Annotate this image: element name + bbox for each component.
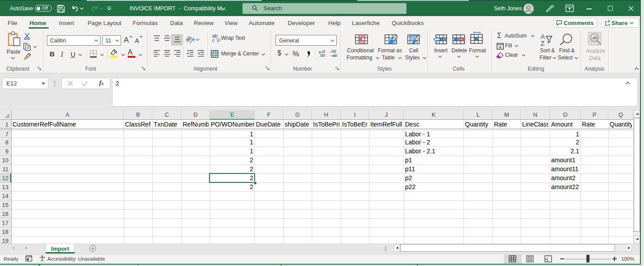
- svg-text:?: ?: [44, 256, 46, 259]
